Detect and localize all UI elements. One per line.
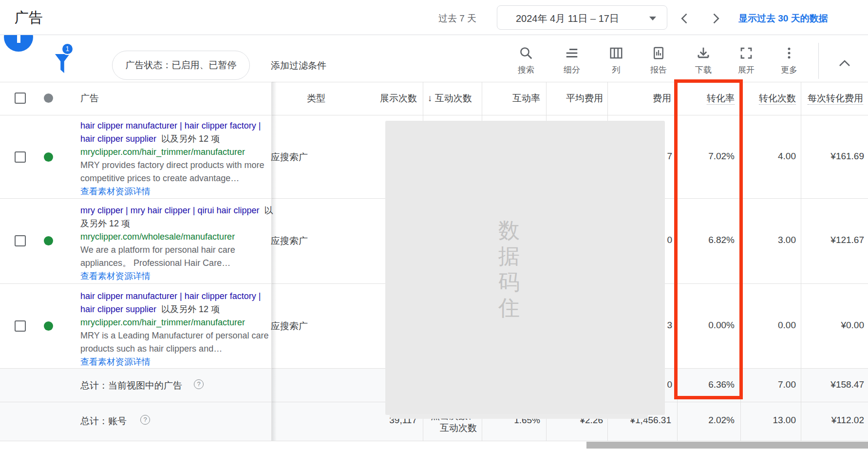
- conversions-value: 3.00: [740, 235, 796, 245]
- toolbar-divider: [818, 43, 819, 79]
- toolbar-download[interactable]: 下载: [680, 46, 727, 75]
- more-vert-icon: [766, 46, 812, 62]
- table-bottom-border: [0, 441, 868, 441]
- totals-view-label: 总计：当前视图中的广告: [80, 379, 182, 392]
- status-enabled-dot[interactable]: [44, 152, 53, 162]
- page-title: 广告: [15, 8, 43, 28]
- ad-display-url: mryclipper.com/hair_trimmer/manufacturer: [80, 316, 274, 329]
- header-interactions-sorted[interactable]: ↓ 互动次数: [428, 92, 481, 105]
- chevron-left-icon: [678, 12, 692, 25]
- conversions-value: 0.00: [740, 320, 796, 331]
- row-checkbox[interactable]: [15, 320, 26, 332]
- segment-icon: [548, 46, 595, 62]
- cost-per-conv-value: ¥161.69: [801, 151, 864, 162]
- header-interaction-rate[interactable]: 互动率: [482, 92, 540, 105]
- watermark-text: 数据码住: [497, 217, 521, 320]
- ad-type-cell: 应搜索广: [271, 320, 360, 333]
- report-icon: [635, 46, 682, 62]
- status-enabled-dot[interactable]: [44, 236, 53, 245]
- header-type[interactable]: 类型: [307, 92, 325, 105]
- status-column-dot-icon: [44, 94, 53, 103]
- date-range-value: 2024年 4月 11日 – 17日: [516, 12, 619, 25]
- ad-cell: mry clipper | mry hair clipper | qirui h…: [80, 204, 274, 283]
- header-avg-cost[interactable]: 平均费用: [546, 92, 603, 105]
- ad-description: MRY provides factory direct products wit…: [80, 159, 274, 185]
- toolbar-segment-label: 细分: [548, 64, 595, 75]
- header-cost[interactable]: 费用: [607, 92, 671, 105]
- ad-type-cell: 应搜索广: [271, 235, 360, 247]
- ad-display-url: mryclipper.com/hair_trimmer/manufacturer: [80, 146, 274, 159]
- filter-count-badge: 1: [61, 43, 74, 55]
- download-icon: [680, 46, 727, 62]
- help-icon[interactable]: ?: [194, 379, 204, 389]
- toolbar-search-label: 搜索: [503, 64, 549, 75]
- header-conversions[interactable]: 转化次数: [740, 92, 796, 105]
- ad-cell: hair clipper manufacturer | hair clipper…: [80, 290, 274, 369]
- account-conversions: 13.00: [740, 415, 796, 426]
- conversion-rate-highlight-rect: [674, 79, 743, 399]
- select-all-checkbox[interactable]: [15, 93, 26, 104]
- collapse-panel-button[interactable]: [836, 57, 857, 75]
- help-icon[interactable]: ?: [140, 415, 150, 425]
- ad-title-link[interactable]: mry clipper | mry hair clipper | qirui h…: [80, 206, 259, 215]
- search-icon: [503, 46, 549, 62]
- ad-display-url: mryclipper.com/wholesale/manufacturer: [80, 230, 274, 243]
- show-last-30-days-link[interactable]: 显示过去 30 天的数据: [738, 12, 828, 25]
- caret-down-icon: [649, 17, 656, 20]
- header-ad[interactable]: 广告: [80, 92, 99, 105]
- ad-status-filter-chip[interactable]: 广告状态：已启用、已暂停: [112, 51, 250, 80]
- ad-type-cell: 应搜索广: [271, 151, 360, 164]
- account-conv-rate: 2.02%: [677, 415, 735, 426]
- horizontal-scrollbar-thumb[interactable]: [586, 442, 868, 449]
- toolbar-columns[interactable]: 列: [593, 46, 640, 75]
- totals-account-label: 总计：账号: [80, 415, 127, 428]
- row-checkbox[interactable]: [15, 235, 26, 246]
- toolbar-expand-label: 展开: [723, 64, 770, 75]
- google-ads-screen: 广告 过去 7 天 2024年 4月 11日 – 17日 显示过去 30 天的数…: [0, 0, 868, 449]
- ad-description: We are a platform for personal hair care…: [80, 243, 274, 270]
- account-cost-per-conv: ¥112.02: [801, 415, 864, 426]
- data-mask-overlay: [385, 121, 665, 415]
- status-enabled-dot[interactable]: [44, 321, 53, 331]
- add-filter-button[interactable]: 添加过滤条件: [271, 59, 326, 72]
- conversions-value: 7.00: [740, 379, 796, 390]
- expand-icon: [723, 46, 770, 62]
- conversions-value: 4.00: [740, 151, 796, 162]
- header-impressions[interactable]: 展示次数: [360, 92, 417, 105]
- data-mask-overlay-edge: [390, 414, 648, 419]
- cost-per-conv-value: ¥0.00: [801, 320, 864, 331]
- ad-cell: hair clipper manufacturer | hair clipper…: [80, 119, 274, 198]
- row-checkbox[interactable]: [15, 151, 26, 163]
- date-range-picker[interactable]: 2024年 4月 11日 – 17日: [497, 5, 667, 30]
- columns-icon: [593, 46, 640, 62]
- toolbar-search[interactable]: 搜索: [503, 46, 549, 75]
- chevron-up-icon: [836, 57, 853, 69]
- header-cost-per-conv[interactable]: 每次转化费用: [808, 92, 868, 105]
- toolbar-report[interactable]: 报告: [635, 46, 682, 75]
- toolbar-columns-label: 列: [593, 64, 640, 75]
- cost-per-conv-value: ¥158.47: [801, 379, 864, 390]
- view-assets-link[interactable]: 查看素材资源详情: [80, 270, 274, 283]
- view-assets-link[interactable]: 查看素材资源详情: [80, 355, 274, 369]
- toolbar-download-label: 下载: [680, 64, 727, 75]
- date-preset-label: 过去 7 天: [438, 12, 476, 25]
- top-bar: 广告 过去 7 天 2024年 4月 11日 – 17日 显示过去 30 天的数…: [0, 0, 868, 35]
- toolbar-report-label: 报告: [635, 64, 682, 75]
- filter-funnel-icon[interactable]: [54, 52, 71, 77]
- toolbar-expand[interactable]: 展开: [723, 46, 770, 75]
- view-assets-link[interactable]: 查看素材资源详情: [80, 185, 274, 198]
- toolbar-more-label: 更多: [766, 64, 812, 75]
- ad-description: MRY is a Leading Manufacturer of persona…: [80, 329, 274, 355]
- toolbar-more[interactable]: 更多: [766, 46, 812, 75]
- next-period-button[interactable]: [709, 12, 722, 25]
- cost-per-conv-value: ¥121.67: [801, 235, 864, 245]
- chevron-right-icon: [709, 12, 722, 25]
- toolbar-segment[interactable]: 细分: [548, 46, 595, 75]
- prev-period-button[interactable]: [678, 12, 692, 25]
